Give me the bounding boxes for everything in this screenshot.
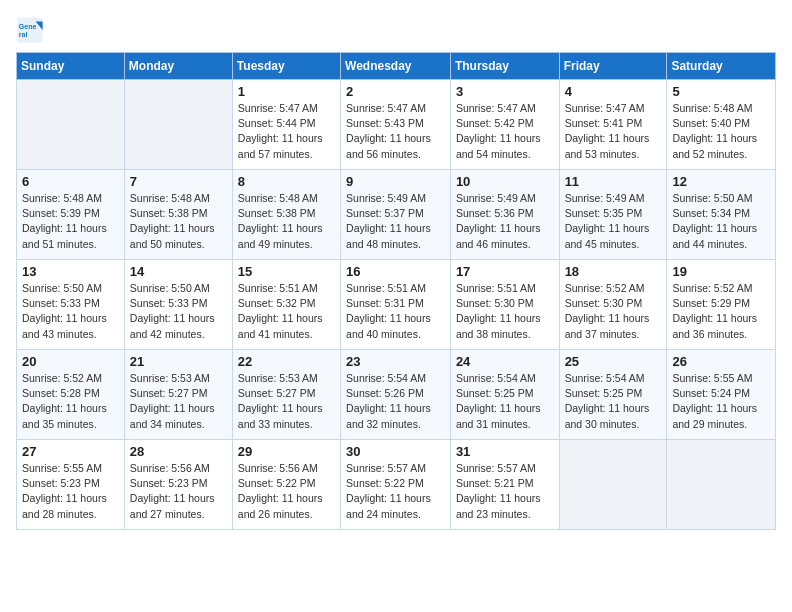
calendar-week-4: 20Sunrise: 5:52 AM Sunset: 5:28 PM Dayli… xyxy=(17,350,776,440)
calendar-table: SundayMondayTuesdayWednesdayThursdayFrid… xyxy=(16,52,776,530)
day-number: 14 xyxy=(130,264,227,279)
calendar-week-1: 1Sunrise: 5:47 AM Sunset: 5:44 PM Daylig… xyxy=(17,80,776,170)
calendar-cell xyxy=(559,440,667,530)
day-number: 4 xyxy=(565,84,662,99)
day-info: Sunrise: 5:57 AM Sunset: 5:22 PM Dayligh… xyxy=(346,461,445,522)
day-number: 16 xyxy=(346,264,445,279)
day-number: 8 xyxy=(238,174,335,189)
day-info: Sunrise: 5:47 AM Sunset: 5:44 PM Dayligh… xyxy=(238,101,335,162)
calendar-cell: 14Sunrise: 5:50 AM Sunset: 5:33 PM Dayli… xyxy=(124,260,232,350)
calendar-cell: 29Sunrise: 5:56 AM Sunset: 5:22 PM Dayli… xyxy=(232,440,340,530)
calendar-cell: 17Sunrise: 5:51 AM Sunset: 5:30 PM Dayli… xyxy=(450,260,559,350)
day-info: Sunrise: 5:54 AM Sunset: 5:25 PM Dayligh… xyxy=(565,371,662,432)
calendar-cell: 4Sunrise: 5:47 AM Sunset: 5:41 PM Daylig… xyxy=(559,80,667,170)
day-number: 24 xyxy=(456,354,554,369)
day-number: 30 xyxy=(346,444,445,459)
day-info: Sunrise: 5:49 AM Sunset: 5:35 PM Dayligh… xyxy=(565,191,662,252)
calendar-cell: 27Sunrise: 5:55 AM Sunset: 5:23 PM Dayli… xyxy=(17,440,125,530)
calendar-cell: 26Sunrise: 5:55 AM Sunset: 5:24 PM Dayli… xyxy=(667,350,776,440)
day-info: Sunrise: 5:52 AM Sunset: 5:28 PM Dayligh… xyxy=(22,371,119,432)
weekday-header-thursday: Thursday xyxy=(450,53,559,80)
calendar-cell: 11Sunrise: 5:49 AM Sunset: 5:35 PM Dayli… xyxy=(559,170,667,260)
calendar-cell: 8Sunrise: 5:48 AM Sunset: 5:38 PM Daylig… xyxy=(232,170,340,260)
day-number: 29 xyxy=(238,444,335,459)
day-number: 17 xyxy=(456,264,554,279)
svg-text:ral: ral xyxy=(19,31,28,38)
day-number: 1 xyxy=(238,84,335,99)
weekday-header-row: SundayMondayTuesdayWednesdayThursdayFrid… xyxy=(17,53,776,80)
day-number: 23 xyxy=(346,354,445,369)
day-info: Sunrise: 5:48 AM Sunset: 5:38 PM Dayligh… xyxy=(130,191,227,252)
day-info: Sunrise: 5:52 AM Sunset: 5:29 PM Dayligh… xyxy=(672,281,770,342)
day-info: Sunrise: 5:50 AM Sunset: 5:33 PM Dayligh… xyxy=(130,281,227,342)
day-info: Sunrise: 5:47 AM Sunset: 5:41 PM Dayligh… xyxy=(565,101,662,162)
calendar-week-3: 13Sunrise: 5:50 AM Sunset: 5:33 PM Dayli… xyxy=(17,260,776,350)
day-info: Sunrise: 5:55 AM Sunset: 5:23 PM Dayligh… xyxy=(22,461,119,522)
calendar-cell: 24Sunrise: 5:54 AM Sunset: 5:25 PM Dayli… xyxy=(450,350,559,440)
page-header: Gene ral xyxy=(16,16,776,44)
calendar-week-5: 27Sunrise: 5:55 AM Sunset: 5:23 PM Dayli… xyxy=(17,440,776,530)
day-number: 20 xyxy=(22,354,119,369)
day-number: 11 xyxy=(565,174,662,189)
day-number: 18 xyxy=(565,264,662,279)
day-number: 27 xyxy=(22,444,119,459)
svg-rect-0 xyxy=(17,17,42,42)
day-number: 10 xyxy=(456,174,554,189)
calendar-cell: 15Sunrise: 5:51 AM Sunset: 5:32 PM Dayli… xyxy=(232,260,340,350)
calendar-cell: 10Sunrise: 5:49 AM Sunset: 5:36 PM Dayli… xyxy=(450,170,559,260)
day-info: Sunrise: 5:49 AM Sunset: 5:37 PM Dayligh… xyxy=(346,191,445,252)
day-number: 26 xyxy=(672,354,770,369)
day-info: Sunrise: 5:48 AM Sunset: 5:40 PM Dayligh… xyxy=(672,101,770,162)
day-info: Sunrise: 5:51 AM Sunset: 5:31 PM Dayligh… xyxy=(346,281,445,342)
calendar-cell: 2Sunrise: 5:47 AM Sunset: 5:43 PM Daylig… xyxy=(341,80,451,170)
calendar-cell: 25Sunrise: 5:54 AM Sunset: 5:25 PM Dayli… xyxy=(559,350,667,440)
day-info: Sunrise: 5:51 AM Sunset: 5:32 PM Dayligh… xyxy=(238,281,335,342)
day-info: Sunrise: 5:54 AM Sunset: 5:26 PM Dayligh… xyxy=(346,371,445,432)
day-info: Sunrise: 5:48 AM Sunset: 5:39 PM Dayligh… xyxy=(22,191,119,252)
calendar-week-2: 6Sunrise: 5:48 AM Sunset: 5:39 PM Daylig… xyxy=(17,170,776,260)
calendar-cell: 6Sunrise: 5:48 AM Sunset: 5:39 PM Daylig… xyxy=(17,170,125,260)
day-number: 7 xyxy=(130,174,227,189)
calendar-cell: 22Sunrise: 5:53 AM Sunset: 5:27 PM Dayli… xyxy=(232,350,340,440)
calendar-cell: 23Sunrise: 5:54 AM Sunset: 5:26 PM Dayli… xyxy=(341,350,451,440)
day-info: Sunrise: 5:55 AM Sunset: 5:24 PM Dayligh… xyxy=(672,371,770,432)
calendar-cell xyxy=(17,80,125,170)
day-info: Sunrise: 5:54 AM Sunset: 5:25 PM Dayligh… xyxy=(456,371,554,432)
calendar-cell: 18Sunrise: 5:52 AM Sunset: 5:30 PM Dayli… xyxy=(559,260,667,350)
day-info: Sunrise: 5:51 AM Sunset: 5:30 PM Dayligh… xyxy=(456,281,554,342)
day-number: 15 xyxy=(238,264,335,279)
weekday-header-monday: Monday xyxy=(124,53,232,80)
svg-text:Gene: Gene xyxy=(19,23,37,30)
calendar-cell: 20Sunrise: 5:52 AM Sunset: 5:28 PM Dayli… xyxy=(17,350,125,440)
weekday-header-friday: Friday xyxy=(559,53,667,80)
calendar-cell: 1Sunrise: 5:47 AM Sunset: 5:44 PM Daylig… xyxy=(232,80,340,170)
day-info: Sunrise: 5:47 AM Sunset: 5:42 PM Dayligh… xyxy=(456,101,554,162)
calendar-cell: 31Sunrise: 5:57 AM Sunset: 5:21 PM Dayli… xyxy=(450,440,559,530)
day-number: 5 xyxy=(672,84,770,99)
day-number: 31 xyxy=(456,444,554,459)
day-info: Sunrise: 5:48 AM Sunset: 5:38 PM Dayligh… xyxy=(238,191,335,252)
calendar-cell: 19Sunrise: 5:52 AM Sunset: 5:29 PM Dayli… xyxy=(667,260,776,350)
calendar-cell xyxy=(667,440,776,530)
logo-icon: Gene ral xyxy=(16,16,44,44)
calendar-cell: 7Sunrise: 5:48 AM Sunset: 5:38 PM Daylig… xyxy=(124,170,232,260)
calendar-cell: 21Sunrise: 5:53 AM Sunset: 5:27 PM Dayli… xyxy=(124,350,232,440)
day-number: 22 xyxy=(238,354,335,369)
day-info: Sunrise: 5:50 AM Sunset: 5:34 PM Dayligh… xyxy=(672,191,770,252)
calendar-cell: 3Sunrise: 5:47 AM Sunset: 5:42 PM Daylig… xyxy=(450,80,559,170)
day-info: Sunrise: 5:53 AM Sunset: 5:27 PM Dayligh… xyxy=(238,371,335,432)
calendar-cell: 28Sunrise: 5:56 AM Sunset: 5:23 PM Dayli… xyxy=(124,440,232,530)
weekday-header-tuesday: Tuesday xyxy=(232,53,340,80)
day-number: 2 xyxy=(346,84,445,99)
day-number: 12 xyxy=(672,174,770,189)
day-number: 13 xyxy=(22,264,119,279)
calendar-cell xyxy=(124,80,232,170)
day-info: Sunrise: 5:52 AM Sunset: 5:30 PM Dayligh… xyxy=(565,281,662,342)
weekday-header-wednesday: Wednesday xyxy=(341,53,451,80)
day-number: 3 xyxy=(456,84,554,99)
calendar-cell: 30Sunrise: 5:57 AM Sunset: 5:22 PM Dayli… xyxy=(341,440,451,530)
calendar-cell: 12Sunrise: 5:50 AM Sunset: 5:34 PM Dayli… xyxy=(667,170,776,260)
day-number: 19 xyxy=(672,264,770,279)
day-number: 28 xyxy=(130,444,227,459)
calendar-cell: 5Sunrise: 5:48 AM Sunset: 5:40 PM Daylig… xyxy=(667,80,776,170)
